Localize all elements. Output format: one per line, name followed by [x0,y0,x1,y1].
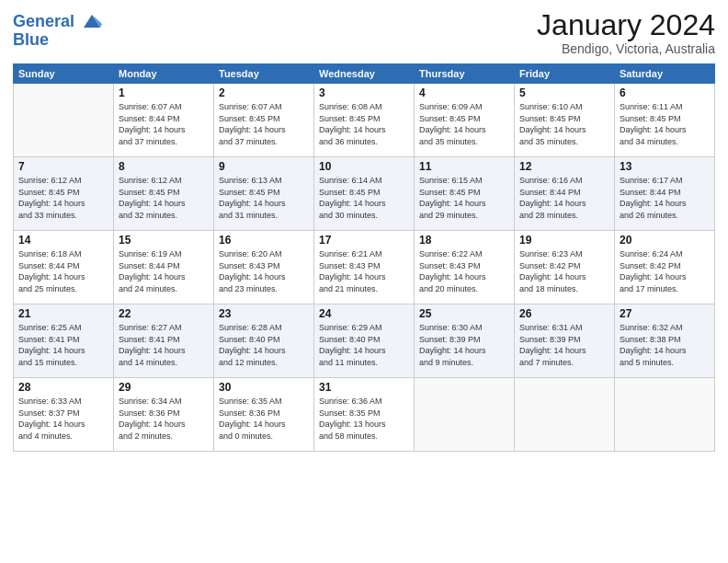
logo-text: General [13,13,102,31]
sunrise-text: Sunrise: 6:28 AM [219,322,309,334]
title-section: January 2024 Bendigo, Victoria, Australi… [537,9,715,56]
day-number: 31 [319,381,409,394]
day-info: Sunrise: 6:35 AMSunset: 8:36 PMDaylight:… [219,396,309,442]
day-number: 9 [219,160,309,173]
day-info: Sunrise: 6:08 AMSunset: 8:45 PMDaylight:… [319,101,409,147]
sunset-text: Sunset: 8:45 PM [620,113,710,125]
daylight-text-2: and 33 minutes. [18,210,108,222]
daylight-text-2: and 26 minutes. [620,210,710,222]
calendar-week-row: 21Sunrise: 6:25 AMSunset: 8:41 PMDayligh… [14,304,715,378]
day-info: Sunrise: 6:36 AMSunset: 8:35 PMDaylight:… [319,396,409,442]
day-number: 26 [519,307,609,320]
sunset-text: Sunset: 8:39 PM [419,334,509,346]
sunset-text: Sunset: 8:43 PM [219,260,309,272]
daylight-text-1: Daylight: 14 hours [519,124,609,136]
sunset-text: Sunset: 8:45 PM [319,113,409,125]
daylight-text-2: and 2 minutes. [119,431,209,442]
sunrise-text: Sunrise: 6:10 AM [519,101,609,113]
sunset-text: Sunset: 8:45 PM [419,187,509,199]
sunset-text: Sunset: 8:40 PM [319,334,409,346]
day-number: 28 [18,381,108,394]
day-number: 20 [620,234,710,247]
day-info: Sunrise: 6:30 AMSunset: 8:39 PMDaylight:… [419,322,509,368]
sunrise-text: Sunrise: 6:17 AM [620,175,710,187]
daylight-text-1: Daylight: 14 hours [18,271,108,283]
day-info: Sunrise: 6:27 AMSunset: 8:41 PMDaylight:… [119,322,209,368]
sunrise-text: Sunrise: 6:21 AM [319,248,409,260]
sunrise-text: Sunrise: 6:07 AM [119,101,209,113]
daylight-text-2: and 4 minutes. [18,431,108,442]
day-number: 5 [519,86,609,99]
day-number: 8 [119,160,209,173]
calendar-header-friday: Friday [515,64,615,84]
daylight-text-1: Daylight: 14 hours [419,124,509,136]
calendar-cell: 3Sunrise: 6:08 AMSunset: 8:45 PMDaylight… [314,84,415,157]
day-info: Sunrise: 6:18 AMSunset: 8:44 PMDaylight:… [18,248,108,294]
day-number: 13 [620,160,710,173]
calendar-cell [415,378,515,452]
sunrise-text: Sunrise: 6:33 AM [18,396,108,408]
calendar: SundayMondayTuesdayWednesdayThursdayFrid… [13,63,715,452]
day-number: 2 [219,86,309,99]
calendar-header-thursday: Thursday [415,64,515,84]
daylight-text-1: Daylight: 13 hours [319,419,409,431]
day-number: 18 [419,234,509,247]
daylight-text-2: and 37 minutes. [219,136,309,148]
sunrise-text: Sunrise: 6:25 AM [18,322,108,334]
day-info: Sunrise: 6:20 AMSunset: 8:43 PMDaylight:… [219,248,309,294]
day-info: Sunrise: 6:12 AMSunset: 8:45 PMDaylight:… [119,175,209,221]
day-info: Sunrise: 6:19 AMSunset: 8:44 PMDaylight:… [119,248,209,294]
sunset-text: Sunset: 8:42 PM [620,260,710,272]
daylight-text-2: and 36 minutes. [319,136,409,148]
sunset-text: Sunset: 8:44 PM [18,260,108,272]
calendar-cell: 10Sunrise: 6:14 AMSunset: 8:45 PMDayligh… [314,157,415,231]
calendar-cell [515,378,615,452]
sunrise-text: Sunrise: 6:27 AM [119,322,209,334]
day-number: 12 [519,160,609,173]
sunrise-text: Sunrise: 6:14 AM [319,175,409,187]
sunset-text: Sunset: 8:45 PM [219,113,309,125]
daylight-text-2: and 25 minutes. [18,283,108,295]
sunrise-text: Sunrise: 6:24 AM [620,248,710,260]
calendar-cell: 13Sunrise: 6:17 AMSunset: 8:44 PMDayligh… [615,157,715,231]
daylight-text-1: Daylight: 14 hours [18,345,108,357]
sunrise-text: Sunrise: 6:08 AM [319,101,409,113]
sunrise-text: Sunrise: 6:29 AM [319,322,409,334]
day-info: Sunrise: 6:34 AMSunset: 8:36 PMDaylight:… [119,396,209,442]
sunrise-text: Sunrise: 6:20 AM [219,248,309,260]
day-info: Sunrise: 6:31 AMSunset: 8:39 PMDaylight:… [519,322,609,368]
day-number: 27 [620,307,710,320]
daylight-text-2: and 5 minutes. [620,357,710,369]
sunrise-text: Sunrise: 6:09 AM [419,101,509,113]
day-info: Sunrise: 6:09 AMSunset: 8:45 PMDaylight:… [419,101,509,147]
day-number: 3 [319,86,409,99]
daylight-text-1: Daylight: 14 hours [119,419,209,431]
daylight-text-2: and 11 minutes. [319,357,409,369]
sunset-text: Sunset: 8:44 PM [119,260,209,272]
day-number: 16 [219,234,309,247]
sunset-text: Sunset: 8:44 PM [519,187,609,199]
calendar-cell: 30Sunrise: 6:35 AMSunset: 8:36 PMDayligh… [214,378,314,452]
daylight-text-1: Daylight: 14 hours [119,198,209,210]
daylight-text-1: Daylight: 14 hours [519,271,609,283]
calendar-header-row: SundayMondayTuesdayWednesdayThursdayFrid… [14,64,715,84]
sunset-text: Sunset: 8:36 PM [219,408,309,419]
day-info: Sunrise: 6:10 AMSunset: 8:45 PMDaylight:… [519,101,609,147]
calendar-cell: 2Sunrise: 6:07 AMSunset: 8:45 PMDaylight… [214,84,314,157]
day-number: 29 [119,381,209,394]
sunrise-text: Sunrise: 6:11 AM [620,101,710,113]
daylight-text-1: Daylight: 14 hours [119,345,209,357]
calendar-cell: 28Sunrise: 6:33 AMSunset: 8:37 PMDayligh… [14,378,114,452]
day-number: 30 [219,381,309,394]
sunrise-text: Sunrise: 6:12 AM [18,175,108,187]
daylight-text-1: Daylight: 14 hours [620,271,710,283]
sunrise-text: Sunrise: 6:22 AM [419,248,509,260]
sunrise-text: Sunrise: 6:13 AM [219,175,309,187]
daylight-text-1: Daylight: 14 hours [519,198,609,210]
day-number: 19 [519,234,609,247]
calendar-cell: 27Sunrise: 6:32 AMSunset: 8:38 PMDayligh… [615,304,715,378]
sunrise-text: Sunrise: 6:19 AM [119,248,209,260]
logo-text-blue: Blue [13,31,102,50]
day-info: Sunrise: 6:21 AMSunset: 8:43 PMDaylight:… [319,248,409,294]
daylight-text-2: and 35 minutes. [419,136,509,148]
